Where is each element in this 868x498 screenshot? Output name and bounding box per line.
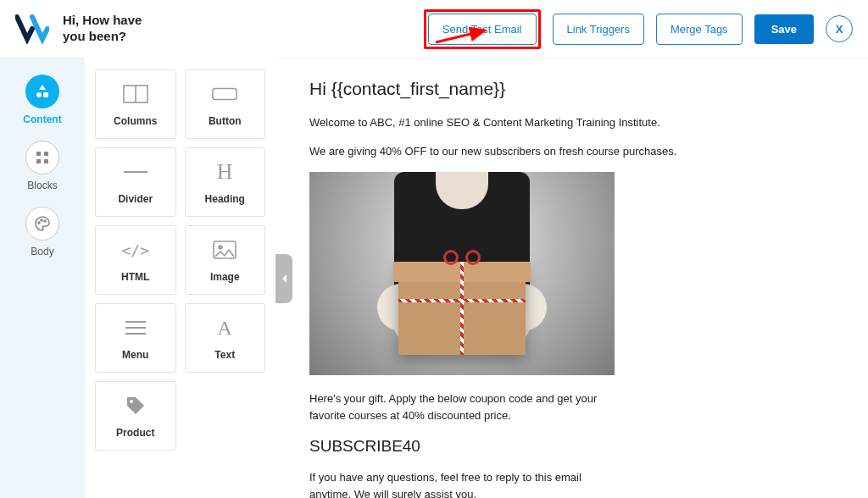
component-label: Columns [114,115,157,127]
email-canvas[interactable]: Hi {{contact_first_name}} Welcome to ABC… [275,58,868,498]
svg-point-7 [38,222,40,224]
svg-point-1 [36,92,42,97]
logo [15,14,49,44]
svg-rect-5 [36,159,41,163]
heading-icon: H [212,159,237,185]
save-button[interactable]: Save [754,14,814,44]
component-label: Divider [118,193,153,205]
image-icon [212,237,237,263]
header-actions: Send Test Email Link Triggers Merge Tags… [424,9,853,49]
html-icon: </> [123,237,148,263]
component-label: Product [116,427,154,439]
component-product[interactable]: Product [95,381,176,451]
email-intro-1[interactable]: Welcome to ABC, #1 online SEO & Content … [309,114,834,131]
content-icon [25,75,59,108]
blocks-icon [25,141,59,174]
svg-rect-4 [44,152,48,156]
email-support-text[interactable]: If you have any questions, feel free to … [309,469,623,498]
email-intro-2[interactable]: We are giving 40% OFF to our new subscri… [309,143,834,160]
component-heading[interactable]: H Heading [185,147,266,217]
sidebar: Content Blocks Body [0,58,85,498]
text-icon: A [212,315,237,340]
link-triggers-button[interactable]: Link Triggers [553,14,644,45]
sidebar-item-label: Content [23,113,61,125]
sidebar-item-label: Blocks [27,180,57,191]
component-image[interactable]: Image [185,225,266,295]
close-button[interactable]: X [826,15,853,42]
sidebar-item-blocks[interactable]: Blocks [25,141,59,191]
component-label: HTML [121,271,149,283]
component-label: Text [214,349,235,361]
sidebar-item-body[interactable]: Body [25,207,59,257]
annotation-highlight: Send Test Email [424,9,541,49]
component-html[interactable]: </> HTML [95,225,176,295]
tag-icon [123,393,148,418]
email-heading[interactable]: Hi {{contact_first_name}} [309,79,834,99]
columns-icon [123,81,148,107]
merge-tags-button[interactable]: Merge Tags [656,14,743,45]
chevron-left-icon [281,274,287,284]
svg-point-9 [44,220,46,222]
header: Hi, How have you been? Send Test Email L… [0,0,868,58]
header-left: Hi, How have you been? [15,13,164,45]
palette-icon [25,207,59,241]
campaign-title: Hi, How have you been? [63,13,164,45]
sidebar-item-content[interactable]: Content [23,75,61,125]
divider-icon [123,159,148,185]
editor-body: Content Blocks Body Columns Button Divid… [0,58,868,498]
component-text[interactable]: A Text [185,303,266,373]
component-button[interactable]: Button [185,69,266,139]
svg-point-19 [130,400,133,403]
component-columns[interactable]: Columns [95,69,176,139]
greeting-line2: you been? [63,29,126,43]
components-panel: Columns Button Divider H Heading </> HTM… [85,58,275,498]
component-label: Button [209,115,242,127]
canvas-wrapper: Hi {{contact_first_name}} Welcome to ABC… [275,58,868,498]
email-gift-text[interactable]: Here's your gift. Apply the below coupon… [309,390,623,424]
send-test-email-button[interactable]: Send Test Email [428,14,537,45]
menu-icon [123,315,148,340]
sidebar-item-label: Body [31,246,53,257]
svg-rect-6 [44,159,48,163]
email-hero-image[interactable] [309,172,615,375]
component-menu[interactable]: Menu [95,303,176,373]
collapse-panel-handle[interactable] [275,254,292,303]
component-divider[interactable]: Divider [95,147,176,217]
component-label: Image [210,271,240,283]
greeting-line1: Hi, How have [63,13,142,27]
svg-point-15 [219,246,222,249]
component-label: Heading [205,193,245,205]
email-coupon-code[interactable]: SUBSCRIBE40 [309,437,834,456]
button-icon [212,81,237,107]
svg-rect-3 [36,152,41,156]
svg-point-8 [41,219,42,221]
svg-rect-2 [43,92,48,97]
close-icon: X [836,23,843,36]
component-label: Menu [122,349,148,361]
svg-rect-12 [213,88,236,99]
